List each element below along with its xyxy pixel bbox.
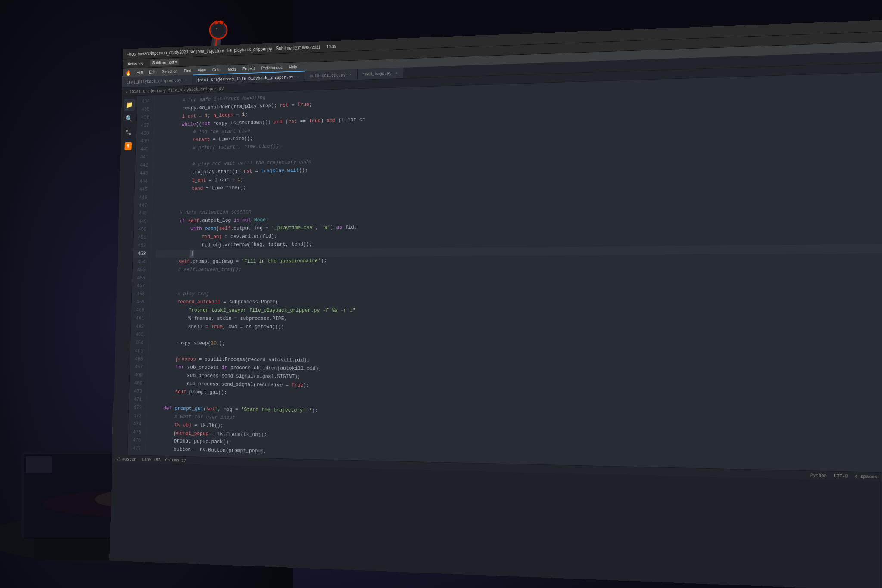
menu-tools[interactable]: Tools [224,66,239,73]
ln-456: 456 [132,274,147,282]
ln-439: 439 [136,137,151,145]
sidebar-icon-search[interactable]: 🔍 [123,112,134,125]
ln-448: 448 [134,210,149,218]
tab-prev-label: traj_playback_gripper.py [127,78,182,84]
ln-435: 435 [137,105,152,114]
editor-area: 📁 🔍 S 434 435 436 437 438 439 [112,72,882,472]
statusbar-encoding: UTF-8 [834,473,848,479]
ln-445: 445 [134,186,149,194]
sidebar-icon-files[interactable]: 📁 [124,99,135,111]
menu-project[interactable]: Project [239,65,258,72]
ln-461: 461 [131,315,146,323]
sublime-window: 🔥 File Edit Selection Find View Goto Too… [112,42,882,481]
code-content[interactable]: # for safe interrupt handling rospy.on_s… [146,72,882,472]
ln-460: 460 [131,306,146,315]
ln-447: 447 [134,201,149,210]
ln-469: 469 [129,379,144,387]
ln-450: 450 [134,226,149,234]
ln-463: 463 [130,331,146,339]
svg-point-29 [129,133,131,135]
ln-444: 444 [135,177,150,186]
breadcrumb-icon: ⬩ [125,89,128,94]
os-time: 06/06/2021 [301,44,321,50]
ln-454: 454 [133,258,148,266]
tab-auto-collect-label: auto_collect.py [310,72,346,78]
ln-438: 438 [136,130,151,138]
ln-465: 465 [130,347,145,355]
ln-453: 453 [133,250,148,258]
ln-476: 476 [128,436,143,445]
statusbar-language: Python [810,473,827,478]
tab-read-bags[interactable]: read_bags.py ✕ [358,68,404,80]
code-line-458: # play traj [155,289,882,298]
menu-view[interactable]: View [195,67,209,73]
ln-470: 470 [129,387,144,396]
menu-help[interactable]: Help [286,64,300,71]
ln-442: 442 [135,161,150,170]
ln-441: 441 [135,154,150,162]
ln-473: 473 [128,412,143,421]
code-editor[interactable]: 434 435 436 437 438 439 440 441 442 443 … [127,72,882,472]
tab-close-read[interactable]: ✕ [394,70,399,76]
ln-474: 474 [128,420,143,429]
statusbar-indent: 4 spaces [855,473,878,479]
tab-close-active[interactable]: ✕ [295,74,301,80]
menu-edit[interactable]: Edit [146,68,158,75]
ln-468: 468 [130,371,145,380]
code-line-459: record_autokill = subprocess.Popen( [155,298,882,307]
tab-close-prev[interactable]: ✕ [183,77,189,83]
ln-466: 466 [130,355,145,363]
ln-471: 471 [129,396,144,404]
tab-active-label: joint_trajectory_file_playback_gripper.p… [197,74,293,82]
ln-459: 459 [131,298,146,306]
ln-436: 436 [137,114,152,122]
menu-preferences[interactable]: Preferences [258,64,286,71]
ln-434: 434 [137,97,152,106]
sidebar-icon-source[interactable] [123,126,134,139]
sidebar-icon-sublime[interactable]: S [122,140,134,152]
ln-451: 451 [133,234,148,242]
ln-440: 440 [136,145,151,154]
menu-find[interactable]: Find [181,68,194,74]
svg-point-27 [216,28,217,29]
menu-file[interactable]: File [134,69,146,75]
ln-467: 467 [130,363,145,371]
ln-464: 464 [130,339,146,347]
statusbar-line-col: Line 453, Column 17 [142,457,186,463]
ln-449: 449 [134,218,149,226]
monitor-screen: ~/ros_ws/src/inperson_study2021/src/join… [109,20,882,588]
activities-button[interactable]: Activities [125,60,145,67]
ln-452: 452 [133,242,148,250]
tab-read-bags-label: read_bags.py [362,71,391,77]
statusbar-git: ⎇ master [115,456,136,462]
os-topbar-right: 06/06/2021 10:35 [301,44,336,50]
ln-458: 458 [132,291,147,299]
svg-point-28 [126,130,128,132]
ln-437: 437 [136,121,151,130]
tab-auto-collect[interactable]: auto_collect.py ✕ [305,69,358,82]
svg-rect-5 [26,456,52,473]
menu-selection[interactable]: Selection [159,68,180,75]
menu-goto[interactable]: Goto [209,66,224,73]
ln-477: 477 [127,445,143,453]
breadcrumb-path: joint_trajectory_file_playback_gripper.p… [129,86,224,94]
ln-475: 475 [128,428,143,437]
sublime-button[interactable]: Sublime Text ▾ [150,59,180,66]
ln-472: 472 [129,404,144,412]
ln-443: 443 [135,170,150,178]
ln-446: 446 [134,194,149,202]
ln-455: 455 [132,266,147,274]
ln-457: 457 [132,282,147,291]
os-clock: 10:35 [326,44,337,49]
tab-close-auto[interactable]: ✕ [348,72,353,77]
ln-462: 462 [131,323,146,331]
